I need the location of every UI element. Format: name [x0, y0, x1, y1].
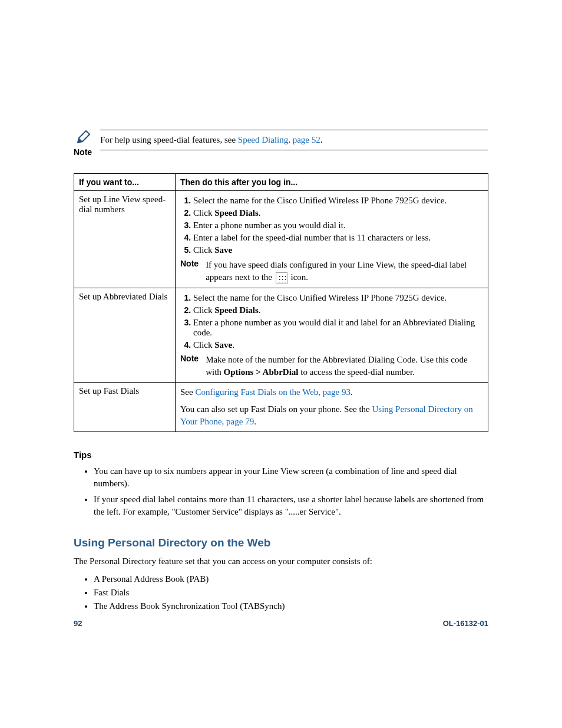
list-item: Fast Dials: [94, 586, 488, 599]
note-label: Note: [74, 147, 92, 157]
list-item: If your speed dial label contains more t…: [94, 492, 488, 520]
inner-note-label: Note: [180, 259, 199, 268]
step: Click Save.: [193, 340, 234, 350]
row2-right: See Configuring Fast Dials on the Web, p…: [176, 382, 488, 431]
step: Click Speed Dials.: [193, 208, 261, 218]
procedure-table: If you want to... Then do this after you…: [74, 173, 488, 432]
th-right: Then do this after you log in...: [176, 174, 488, 191]
th-left: If you want to...: [74, 174, 176, 191]
note-prefix: For help using speed-dial features, see: [100, 135, 238, 144]
section-heading: Using Personal Directory on the Web: [74, 536, 488, 549]
list-item: The Address Book Synchronization Tool (T…: [94, 599, 488, 613]
step: Click Speed Dials.: [193, 305, 261, 315]
section-list: A Personal Address Book (PAB) Fast Dials…: [74, 572, 488, 613]
step: Enter a phone number as you would dial i…: [193, 220, 346, 230]
tips-list: You can have up to six numbers appear in…: [74, 463, 488, 520]
row1-left: Set up Abbreviated Dials: [74, 288, 176, 382]
inner-note-label: Note: [180, 354, 199, 363]
row1-steps: Select the name for the Cisco Unified Wi…: [180, 292, 483, 351]
keypad-icon: [276, 272, 287, 284]
row0-note: Note If you have speed dials configured …: [180, 259, 483, 284]
step: Enter a label for the speed-dial number …: [193, 233, 431, 242]
row0-steps: Select the name for the Cisco Unified Wi…: [180, 195, 483, 256]
list-item: You can have up to six numbers appear in…: [94, 463, 488, 492]
doc-id: OL-16132-01: [443, 619, 488, 628]
row2-link1[interactable]: Configuring Fast Dials on the Web, page …: [195, 387, 350, 397]
step: Select the name for the Cisco Unified Wi…: [193, 196, 447, 205]
row0-right: Select the name for the Cisco Unified Wi…: [176, 191, 488, 288]
inner-note-text: Make note of the number for the Abbrevia…: [206, 354, 483, 378]
row0-left: Set up Line View speed-dial numbers: [74, 191, 176, 288]
note-text: For help using speed-dial features, see …: [100, 130, 488, 150]
row2-line2: You can also set up Fast Dials on your p…: [180, 403, 483, 428]
page-number: 92: [74, 619, 82, 628]
table-row: Set up Line View speed-dial numbers Sele…: [74, 191, 488, 288]
list-item: A Personal Address Book (PAB): [94, 572, 488, 586]
row2-left: Set up Fast Dials: [74, 382, 176, 431]
step: Click Save: [193, 245, 232, 255]
row1-right: Select the name for the Cisco Unified Wi…: [176, 288, 488, 382]
note-icon-column: Note: [74, 130, 92, 157]
section-intro: The Personal Directory feature set that …: [74, 555, 488, 568]
note-suffix: .: [320, 135, 323, 144]
note-block: Note For help using speed-dial features,…: [74, 130, 488, 157]
step: Select the name for the Cisco Unified Wi…: [193, 293, 447, 302]
pencil-icon: [75, 130, 91, 145]
inner-note-text: If you have speed dials configured in yo…: [206, 259, 483, 284]
tips-heading: Tips: [74, 450, 488, 460]
page: Note For help using speed-dial features,…: [0, 0, 562, 728]
note-link[interactable]: Speed Dialing, page 52: [238, 135, 320, 144]
table-row: Set up Abbreviated Dials Select the name…: [74, 288, 488, 382]
row1-note: Note Make note of the number for the Abb…: [180, 354, 483, 378]
table-row: Set up Fast Dials See Configuring Fast D…: [74, 382, 488, 431]
page-footer: 92 OL-16132-01: [74, 619, 488, 628]
step: Enter a phone number as you would dial i…: [193, 318, 475, 337]
row2-line1: See Configuring Fast Dials on the Web, p…: [180, 386, 483, 398]
